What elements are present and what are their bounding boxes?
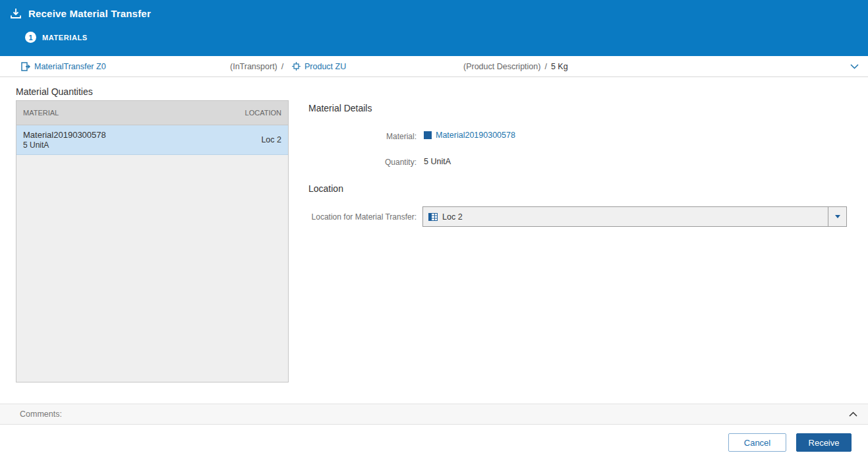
material-field-label: Material: <box>308 131 417 142</box>
row-material-cell: Material20190300578 5 UnitA <box>23 130 106 150</box>
location-field-label: Location for Material Transfer: <box>308 212 417 222</box>
title-row: Receive Material Transfer <box>0 0 868 19</box>
product-quantity: 5 Kg <box>551 62 568 71</box>
breadcrumb-status: (InTransport) / <box>230 56 283 76</box>
product-link[interactable]: Product ZU <box>304 62 346 71</box>
location-selected-value: Loc 2 <box>442 212 463 222</box>
column-header-location: LOCATION <box>245 109 281 117</box>
transfer-link[interactable]: MaterialTransfer Z0 <box>34 62 106 71</box>
transport-status: (InTransport) <box>230 62 277 71</box>
location-combobox[interactable]: Loc 2 <box>422 206 847 227</box>
row-material-quantity: 5 UnitA <box>23 140 106 150</box>
column-header-material: MATERIAL <box>23 109 59 117</box>
material-field-value: Material20190300578 <box>424 130 515 140</box>
table-row[interactable]: Material20190300578 5 UnitA Loc 2 <box>16 125 288 155</box>
breadcrumb-separator-2: / <box>544 62 546 71</box>
location-combobox-value: Loc 2 <box>423 207 828 226</box>
material-square-icon <box>424 131 432 139</box>
caret-down-icon <box>835 215 840 218</box>
row-location-cell: Loc 2 <box>261 135 281 144</box>
product-icon <box>292 62 301 71</box>
quantity-field-label: Quantity: <box>308 157 417 168</box>
app-window: Receive Material Transfer 1 MATERIALS Ma… <box>0 0 868 457</box>
product-description: (Product Description) <box>463 62 540 71</box>
location-grid-icon <box>428 213 438 221</box>
step-label: MATERIALS <box>42 34 88 42</box>
location-section-title: Location <box>308 183 343 194</box>
chevron-down-icon[interactable] <box>850 64 859 69</box>
material-details-title: Material Details <box>308 103 372 113</box>
breadcrumb-separator: / <box>281 62 283 71</box>
location-dropdown-button[interactable] <box>828 207 846 226</box>
page-title: Receive Material Transfer <box>28 8 151 19</box>
material-quantities-title: Material Quantities <box>16 86 93 97</box>
table-header-row: MATERIAL LOCATION <box>16 101 288 125</box>
material-quantities-table: MATERIAL LOCATION Material20190300578 5 … <box>16 100 289 382</box>
quantity-field-value: 5 UnitA <box>424 156 451 167</box>
material-detail-link[interactable]: Material20190300578 <box>436 130 515 140</box>
app-header: Receive Material Transfer 1 MATERIALS <box>0 0 868 56</box>
comments-label: Comments: <box>20 410 62 419</box>
receive-button[interactable]: Receive <box>796 433 852 452</box>
breadcrumb: MaterialTransfer Z0 (InTransport) / Prod… <box>0 56 868 77</box>
receive-download-icon <box>10 8 22 19</box>
footer-actions: Cancel Receive <box>728 433 852 452</box>
chevron-up-icon[interactable] <box>849 411 857 417</box>
breadcrumb-transfer: MaterialTransfer Z0 <box>21 56 106 76</box>
breadcrumb-product: Product ZU <box>292 56 346 76</box>
breadcrumb-description: (Product Description) / 5 Kg <box>463 56 568 76</box>
wizard-step-materials[interactable]: 1 MATERIALS <box>25 32 868 43</box>
row-material-name: Material20190300578 <box>23 130 106 140</box>
comments-bar: Comments: <box>0 404 868 425</box>
cancel-button[interactable]: Cancel <box>728 433 786 452</box>
material-transfer-icon <box>21 62 30 71</box>
step-number-badge: 1 <box>25 32 36 43</box>
